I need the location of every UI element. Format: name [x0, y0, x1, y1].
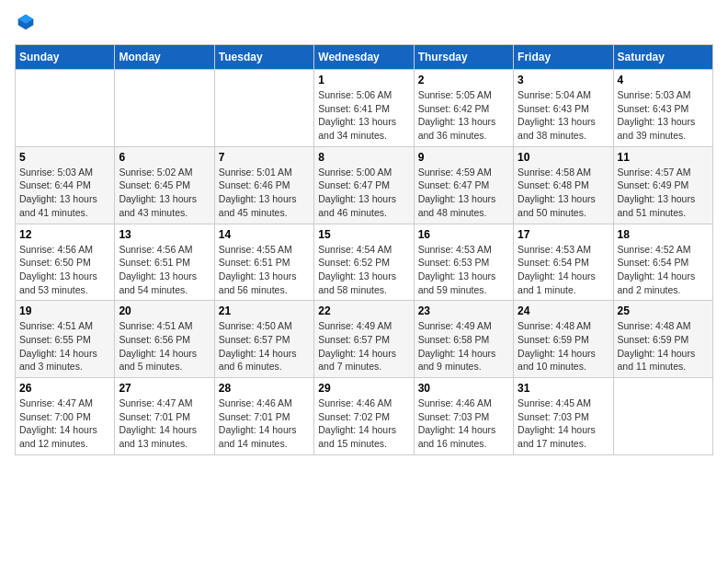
day-info: Sunrise: 5:05 AM Sunset: 6:42 PM Dayligh…: [418, 88, 509, 143]
calendar-cell: 19Sunrise: 4:51 AM Sunset: 6:55 PM Dayli…: [16, 301, 115, 378]
day-number: 21: [219, 304, 310, 317]
calendar-header-row: SundayMondayTuesdayWednesdayThursdayFrid…: [16, 45, 713, 70]
day-number: 8: [318, 151, 409, 164]
day-number: 15: [318, 228, 409, 241]
day-number: 9: [418, 151, 509, 164]
day-info: Sunrise: 4:51 AM Sunset: 6:56 PM Dayligh…: [119, 319, 210, 373]
day-number: 17: [518, 228, 609, 241]
calendar-cell: 5Sunrise: 5:03 AM Sunset: 6:44 PM Daylig…: [16, 146, 115, 224]
day-number: 5: [19, 151, 110, 164]
day-number: 27: [119, 382, 210, 395]
calendar-cell: 22Sunrise: 4:49 AM Sunset: 6:57 PM Dayli…: [314, 301, 414, 378]
day-info: Sunrise: 4:45 AM Sunset: 7:03 PM Dayligh…: [518, 396, 609, 451]
calendar-table: SundayMondayTuesdayWednesdayThursdayFrid…: [15, 44, 713, 455]
day-info: Sunrise: 4:54 AM Sunset: 6:52 PM Dayligh…: [318, 243, 409, 297]
calendar-cell: 20Sunrise: 4:51 AM Sunset: 6:56 PM Dayli…: [115, 301, 214, 378]
day-info: Sunrise: 4:47 AM Sunset: 7:00 PM Dayligh…: [19, 396, 110, 451]
calendar-week-row: 12Sunrise: 4:56 AM Sunset: 6:50 PM Dayli…: [16, 224, 713, 301]
day-info: Sunrise: 4:56 AM Sunset: 6:51 PM Dayligh…: [119, 243, 210, 297]
day-info: Sunrise: 4:50 AM Sunset: 6:57 PM Dayligh…: [219, 319, 310, 373]
day-number: 6: [119, 151, 210, 164]
day-info: Sunrise: 4:57 AM Sunset: 6:49 PM Dayligh…: [618, 166, 709, 220]
logo: [15, 15, 35, 33]
calendar-cell: 14Sunrise: 4:55 AM Sunset: 6:51 PM Dayli…: [214, 224, 313, 301]
day-number: 26: [19, 382, 110, 395]
column-header-friday: Friday: [514, 45, 613, 70]
day-number: 30: [418, 382, 509, 395]
day-number: 13: [119, 228, 210, 241]
day-number: 29: [318, 382, 409, 395]
calendar-cell: 13Sunrise: 4:56 AM Sunset: 6:51 PM Dayli…: [115, 224, 214, 301]
calendar-cell: 4Sunrise: 5:03 AM Sunset: 6:43 PM Daylig…: [613, 70, 712, 147]
calendar-cell: 28Sunrise: 4:46 AM Sunset: 7:01 PM Dayli…: [214, 378, 313, 455]
column-header-thursday: Thursday: [414, 45, 513, 70]
calendar-cell: 1Sunrise: 5:06 AM Sunset: 6:41 PM Daylig…: [314, 70, 414, 147]
calendar-cell: 15Sunrise: 4:54 AM Sunset: 6:52 PM Dayli…: [314, 224, 414, 301]
calendar-cell: 6Sunrise: 5:02 AM Sunset: 6:45 PM Daylig…: [115, 146, 214, 224]
page-header: [15, 15, 713, 33]
calendar-week-row: 5Sunrise: 5:03 AM Sunset: 6:44 PM Daylig…: [16, 146, 713, 224]
day-number: 12: [19, 228, 110, 241]
day-number: 23: [418, 304, 509, 317]
day-number: 18: [618, 228, 709, 241]
day-info: Sunrise: 4:53 AM Sunset: 6:53 PM Dayligh…: [418, 243, 509, 297]
day-info: Sunrise: 4:56 AM Sunset: 6:50 PM Dayligh…: [19, 243, 110, 297]
calendar-week-row: 1Sunrise: 5:06 AM Sunset: 6:41 PM Daylig…: [16, 70, 713, 147]
day-info: Sunrise: 4:59 AM Sunset: 6:47 PM Dayligh…: [418, 166, 509, 220]
column-header-monday: Monday: [115, 45, 214, 70]
calendar-cell: 8Sunrise: 5:00 AM Sunset: 6:47 PM Daylig…: [314, 146, 414, 224]
day-number: 20: [119, 304, 210, 317]
day-info: Sunrise: 5:03 AM Sunset: 6:43 PM Dayligh…: [618, 88, 709, 143]
day-number: 31: [518, 382, 609, 395]
calendar-cell: [613, 378, 712, 455]
calendar-cell: 17Sunrise: 4:53 AM Sunset: 6:54 PM Dayli…: [514, 224, 613, 301]
logo-icon: [17, 13, 35, 31]
day-info: Sunrise: 4:46 AM Sunset: 7:02 PM Dayligh…: [318, 396, 409, 451]
day-info: Sunrise: 4:55 AM Sunset: 6:51 PM Dayligh…: [219, 243, 310, 297]
day-info: Sunrise: 4:51 AM Sunset: 6:55 PM Dayligh…: [19, 319, 110, 373]
calendar-cell: 18Sunrise: 4:52 AM Sunset: 6:54 PM Dayli…: [613, 224, 712, 301]
day-number: 2: [418, 74, 509, 86]
day-info: Sunrise: 4:53 AM Sunset: 6:54 PM Dayligh…: [518, 243, 609, 297]
calendar-cell: 23Sunrise: 4:49 AM Sunset: 6:58 PM Dayli…: [414, 301, 513, 378]
column-header-tuesday: Tuesday: [214, 45, 313, 70]
day-info: Sunrise: 5:03 AM Sunset: 6:44 PM Dayligh…: [19, 166, 110, 220]
day-info: Sunrise: 4:47 AM Sunset: 7:01 PM Dayligh…: [119, 396, 210, 451]
calendar-cell: 24Sunrise: 4:48 AM Sunset: 6:59 PM Dayli…: [514, 301, 613, 378]
day-number: 1: [318, 74, 409, 86]
day-info: Sunrise: 4:49 AM Sunset: 6:58 PM Dayligh…: [418, 319, 509, 373]
day-info: Sunrise: 4:48 AM Sunset: 6:59 PM Dayligh…: [518, 319, 609, 373]
calendar-cell: 25Sunrise: 4:48 AM Sunset: 6:59 PM Dayli…: [613, 301, 712, 378]
day-info: Sunrise: 4:46 AM Sunset: 7:03 PM Dayligh…: [418, 396, 509, 451]
day-info: Sunrise: 4:48 AM Sunset: 6:59 PM Dayligh…: [618, 319, 709, 373]
day-number: 19: [19, 304, 110, 317]
day-number: 4: [618, 74, 709, 86]
calendar-cell: [214, 70, 313, 147]
day-number: 7: [219, 151, 310, 164]
calendar-week-row: 26Sunrise: 4:47 AM Sunset: 7:00 PM Dayli…: [16, 378, 713, 455]
calendar-cell: 2Sunrise: 5:05 AM Sunset: 6:42 PM Daylig…: [414, 70, 513, 147]
column-header-saturday: Saturday: [613, 45, 712, 70]
day-info: Sunrise: 5:04 AM Sunset: 6:43 PM Dayligh…: [518, 88, 609, 143]
calendar-week-row: 19Sunrise: 4:51 AM Sunset: 6:55 PM Dayli…: [16, 301, 713, 378]
calendar-cell: 30Sunrise: 4:46 AM Sunset: 7:03 PM Dayli…: [414, 378, 513, 455]
day-number: 22: [318, 304, 409, 317]
calendar-cell: 26Sunrise: 4:47 AM Sunset: 7:00 PM Dayli…: [16, 378, 115, 455]
day-info: Sunrise: 5:06 AM Sunset: 6:41 PM Dayligh…: [318, 88, 409, 143]
column-header-wednesday: Wednesday: [314, 45, 414, 70]
calendar-cell: 29Sunrise: 4:46 AM Sunset: 7:02 PM Dayli…: [314, 378, 414, 455]
calendar-cell: 27Sunrise: 4:47 AM Sunset: 7:01 PM Dayli…: [115, 378, 214, 455]
calendar-cell: 21Sunrise: 4:50 AM Sunset: 6:57 PM Dayli…: [214, 301, 313, 378]
day-info: Sunrise: 5:02 AM Sunset: 6:45 PM Dayligh…: [119, 166, 210, 220]
day-number: 10: [518, 151, 609, 164]
day-number: 11: [618, 151, 709, 164]
day-number: 14: [219, 228, 310, 241]
column-header-sunday: Sunday: [16, 45, 115, 70]
day-info: Sunrise: 4:52 AM Sunset: 6:54 PM Dayligh…: [618, 243, 709, 297]
calendar-cell: 31Sunrise: 4:45 AM Sunset: 7:03 PM Dayli…: [514, 378, 613, 455]
calendar-cell: [16, 70, 115, 147]
calendar-cell: 11Sunrise: 4:57 AM Sunset: 6:49 PM Dayli…: [613, 146, 712, 224]
day-info: Sunrise: 5:01 AM Sunset: 6:46 PM Dayligh…: [219, 166, 310, 220]
day-info: Sunrise: 4:58 AM Sunset: 6:48 PM Dayligh…: [518, 166, 609, 220]
day-number: 24: [518, 304, 609, 317]
